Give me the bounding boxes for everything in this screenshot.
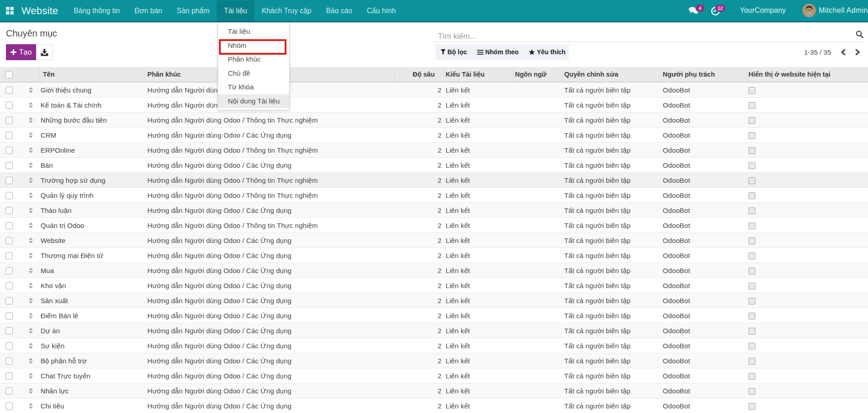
drag-handle-icon[interactable] [29,298,33,304]
activities-button[interactable]: 12 [705,0,726,21]
dropdown-item-4[interactable]: Từ khóa [218,80,289,94]
website-visible-checkbox[interactable] [748,298,755,305]
drag-handle-icon[interactable] [29,222,33,228]
table-row-5[interactable]: BánHướng dẫn Người dùng Odoo / Các Ứng d… [0,158,868,173]
row-checkbox[interactable] [5,132,13,139]
search-input[interactable] [438,32,830,41]
drag-handle-icon[interactable] [29,283,33,289]
website-visible-checkbox[interactable] [748,102,755,109]
drag-handle-icon[interactable] [29,192,33,198]
pager-next-button[interactable] [850,44,865,60]
app-brand-title[interactable]: Website [21,5,58,17]
row-checkbox[interactable] [5,387,13,395]
drag-handle-icon[interactable] [29,132,33,138]
table-row-20[interactable]: Nhân lựcHướng dẫn Người dùng Odoo / Các … [0,383,868,398]
nav-item-4[interactable]: Khách Truy cập [255,0,319,21]
nav-item-0[interactable]: Bảng thông tin [66,0,127,21]
website-visible-checkbox[interactable] [748,358,755,365]
website-visible-checkbox[interactable] [748,373,755,380]
table-row-14[interactable]: Sản xuấtHướng dẫn Người dùng Odoo / Các … [0,293,868,308]
table-row-18[interactable]: Bộ phận hỗ trợHướng dẫn Người dùng Odoo … [0,353,868,368]
drag-handle-icon[interactable] [29,373,33,379]
table-row-16[interactable]: Dự ánHướng dẫn Người dùng Odoo / Các Ứng… [0,323,868,338]
pager-previous-button[interactable] [836,44,850,60]
filters-button[interactable]: Bộ lọc [436,48,472,56]
row-checkbox[interactable] [5,162,13,169]
create-button[interactable]: Tạo [6,44,36,60]
search-icon[interactable] [856,31,863,38]
drag-handle-icon[interactable] [29,117,33,123]
website-visible-checkbox[interactable] [748,388,755,395]
column-header-depth[interactable]: Độ sâu [395,67,443,82]
company-menu[interactable]: YourCompany [740,0,786,21]
drag-handle-icon[interactable] [29,237,33,243]
table-row-3[interactable]: CRMHướng dẫn Người dùng Odoo / Các Ứng d… [0,128,868,143]
row-checkbox[interactable] [5,297,13,305]
drag-handle-icon[interactable] [29,358,33,364]
apps-menu-button[interactable] [0,0,20,21]
website-visible-checkbox[interactable] [748,253,755,259]
row-checkbox[interactable] [5,357,13,365]
website-visible-checkbox[interactable] [748,343,755,350]
favorites-button[interactable]: Yêu thích [524,48,571,56]
row-checkbox[interactable] [5,327,13,335]
row-checkbox[interactable] [5,252,13,259]
drag-handle-icon[interactable] [29,388,33,394]
row-checkbox[interactable] [5,102,13,109]
table-row-12[interactable]: MuaHướng dẫn Người dùng Odoo / Các Ứng d… [0,263,868,278]
column-header-responsible[interactable]: Người phụ trách [660,67,746,82]
nav-item-2[interactable]: Sản phẩm [170,0,217,21]
drag-handle-icon[interactable] [29,162,33,168]
website-visible-checkbox[interactable] [748,192,755,199]
table-row-11[interactable]: Thương mại Điện tửHướng dẫn Người dùng O… [0,248,868,263]
dropdown-item-5[interactable]: Nội dung Tài liệu [218,94,289,108]
drag-handle-icon[interactable] [29,313,33,319]
dropdown-item-0[interactable]: Tài liệu [218,25,289,39]
column-header-website-visible[interactable]: Hiển thị ở website hiện tại [746,67,868,82]
column-header-language[interactable]: Ngôn ngữ [513,67,562,82]
website-visible-checkbox[interactable] [748,207,755,214]
dropdown-item-2[interactable]: Phân khúc [218,52,289,67]
row-checkbox[interactable] [5,312,13,320]
website-visible-checkbox[interactable] [748,147,755,154]
website-visible-checkbox[interactable] [748,222,755,229]
table-row-2[interactable]: Những bước đầu tiênHướng dẫn Người dùng … [0,113,868,128]
row-checkbox[interactable] [5,87,13,94]
drag-handle-icon[interactable] [29,268,33,274]
website-visible-checkbox[interactable] [748,403,755,410]
row-checkbox[interactable] [5,222,13,229]
dropdown-item-3[interactable]: Chủ đề [218,67,289,81]
drag-handle-icon[interactable] [29,102,33,108]
row-checkbox[interactable] [5,192,13,199]
select-all-checkbox[interactable] [5,71,13,78]
table-row-13[interactable]: Kho vậnHướng dẫn Người dùng Odoo / Các Ứ… [0,278,868,293]
group-by-button[interactable]: Nhóm theo [472,48,524,56]
drag-handle-icon[interactable] [29,147,33,153]
table-row-19[interactable]: Chat Trực tuyếnHướng dẫn Người dùng Odoo… [0,368,868,383]
website-visible-checkbox[interactable] [748,87,755,94]
row-checkbox[interactable] [5,282,13,289]
drag-handle-icon[interactable] [29,207,33,213]
column-header-name[interactable]: Tên [39,67,145,82]
nav-item-3[interactable]: Tài liệu [217,0,255,21]
table-row-15[interactable]: Điểm Bán lẻHướng dẫn Người dùng Odoo / C… [0,308,868,323]
table-row-6[interactable]: Trường hợp sử dụngHướng dẫn Người dùng O… [0,173,868,188]
table-row-8[interactable]: Thảo luậnHướng dẫn Người dùng Odoo / Các… [0,203,868,218]
messages-button[interactable]: 4 [682,0,703,21]
website-visible-checkbox[interactable] [748,237,755,244]
table-row-4[interactable]: ERPOnlineHướng dẫn Người dùng Odoo / Thô… [0,143,868,158]
website-visible-checkbox[interactable] [748,313,755,320]
drag-handle-icon[interactable] [29,253,33,258]
table-row-7[interactable]: Quản lý quy trìnhHướng dẫn Người dùng Od… [0,188,868,203]
drag-handle-icon[interactable] [29,328,33,334]
drag-handle-icon[interactable] [29,177,33,183]
table-row-0[interactable]: Giới thiệu chungHướng dẫn Người dùng Odo… [0,83,868,98]
table-row-1[interactable]: Kế toán & Tài chínhHướng dẫn Người dùng … [0,98,868,113]
row-checkbox[interactable] [5,403,13,410]
table-row-10[interactable]: WebsiteHướng dẫn Người dùng Odoo / Các Ứ… [0,233,868,248]
row-checkbox[interactable] [5,342,13,350]
table-row-9[interactable]: Quản trị OdooHướng dẫn Người dùng Odoo /… [0,218,868,233]
table-row-21[interactable]: Chi tiêuHướng dẫn Người dùng Odoo / Các … [0,398,868,413]
export-button[interactable] [36,44,53,60]
column-header-doc-type[interactable]: Kiểu Tài liệu [443,67,513,82]
